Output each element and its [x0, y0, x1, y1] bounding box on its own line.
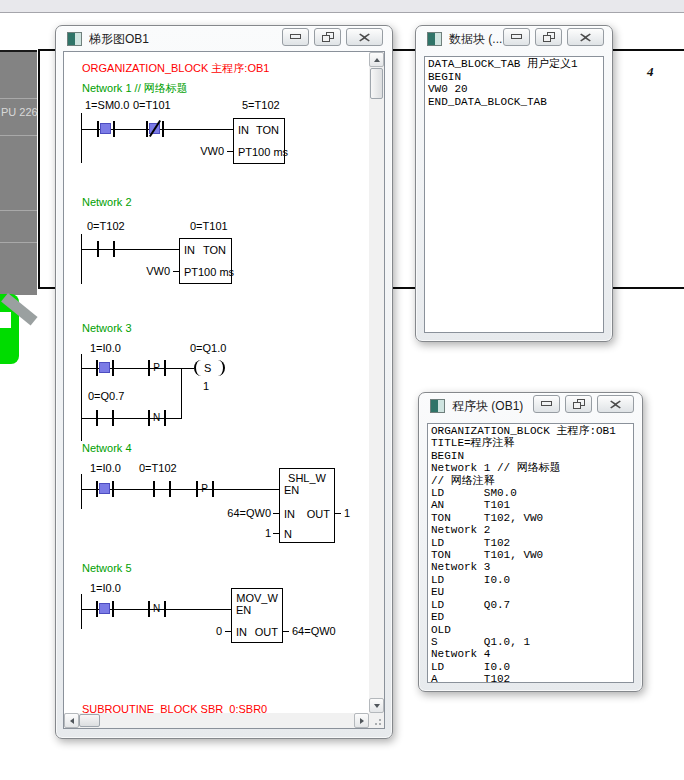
org-block-header: ORGANIZATION_BLOCK 主程序:OB1 [82, 62, 269, 74]
minimize-button[interactable] [282, 28, 309, 46]
scroll-down-button[interactable] [369, 698, 384, 713]
vertical-scrollbar[interactable] [369, 52, 384, 713]
power-rail [81, 113, 82, 163]
pin-in-label: IN [284, 508, 295, 520]
stl-code-text: ORGANIZATION_BLOCK 主程序:OB1 TITLE=程序注释 BE… [428, 424, 633, 682]
window-controls [503, 28, 604, 46]
ton-timer-box[interactable]: IN TON PT 100 ms [179, 238, 232, 284]
window-icon [427, 32, 442, 46]
minimize-button[interactable] [533, 395, 560, 413]
network4-title: Network 4 [82, 442, 132, 454]
contact-power-highlight[interactable] [99, 362, 110, 373]
restore-icon [322, 32, 334, 43]
pin-stub [283, 631, 289, 632]
subroutine-block-header: SUBROUTINE_BLOCK SBR_0:SBR0 [82, 703, 267, 713]
coil-right-paren [216, 360, 225, 376]
operand-label: VW0 [174, 145, 224, 157]
power-rail [81, 474, 82, 509]
minimize-icon [511, 34, 523, 40]
vertical-scroll-thumb[interactable] [370, 68, 383, 99]
operand-label: 0=Q0.7 [88, 390, 124, 402]
operand-label: 0=T101 [133, 99, 171, 111]
window-controls [282, 28, 383, 46]
scroll-left-button[interactable] [64, 713, 79, 728]
arrow-right-icon [360, 718, 364, 724]
minimize-icon [290, 34, 302, 40]
resize-grip[interactable] [369, 713, 384, 728]
close-button[interactable] [567, 28, 604, 46]
operand-label: 5=T102 [242, 99, 280, 111]
contact-bar [96, 601, 98, 617]
pin-in-label: IN [238, 124, 249, 136]
power-rail [81, 594, 82, 629]
close-icon [580, 33, 591, 42]
contact-bar [96, 481, 98, 497]
operand-label: 0=T102 [87, 220, 125, 232]
coil-function-label[interactable]: S [204, 362, 211, 374]
restore-button[interactable] [535, 28, 562, 46]
operand-label: 0=T102 [139, 462, 177, 474]
window-controls [533, 395, 634, 413]
data-block-content[interactable]: DATA_BLOCK_TAB 用户定义1 BEGIN VW0 20 END_DA… [424, 56, 604, 333]
contact-power-highlight[interactable] [99, 603, 110, 614]
contact-bar [97, 121, 99, 137]
window-title: 数据块 (... [449, 31, 502, 48]
ton-timer-box[interactable]: IN TON PT 100 ms [233, 118, 285, 164]
window-title: 梯形图OB1 [89, 31, 149, 48]
scroll-right-button[interactable] [354, 713, 369, 728]
desktop: 4 PU 226 梯形图OB1 ORGANI [0, 0, 684, 780]
pin-out-label: OUT [307, 508, 330, 520]
horizontal-scroll-thumb[interactable] [79, 714, 100, 727]
top-strip [0, 0, 684, 13]
shl-w-box[interactable]: SHL_W EN IN OUT N [279, 468, 335, 543]
mov-w-box[interactable]: MOV_W EN IN OUT [231, 588, 283, 643]
operand-label: 1=I0.0 [90, 582, 121, 594]
minimize-button[interactable] [503, 28, 530, 46]
coil-left-paren [194, 360, 203, 376]
horizontal-scrollbar[interactable] [64, 713, 369, 728]
operand-label: 0 [175, 625, 222, 637]
pin-stub [273, 513, 279, 514]
contact-bar [113, 241, 115, 257]
positive-edge-label: P [148, 362, 165, 374]
close-icon [359, 33, 370, 42]
wire [81, 249, 179, 250]
cpu-divider [0, 242, 37, 243]
pin-stub [225, 631, 231, 632]
power-rail [81, 234, 82, 284]
restore-icon [573, 399, 585, 410]
operand-label: 1 [344, 507, 350, 519]
cpu-divider [0, 210, 37, 211]
restore-button[interactable] [565, 395, 592, 413]
ladder-canvas[interactable]: ORGANIZATION_BLOCK 主程序:OB1 Network 1 // … [64, 52, 369, 713]
operand-label: 1=I0.0 [90, 342, 121, 354]
operand-label: VW0 [120, 265, 170, 277]
restore-button[interactable] [314, 28, 341, 46]
cpu-divider [0, 135, 37, 136]
contact-bar [146, 121, 148, 137]
contact-power-highlight[interactable] [100, 123, 111, 134]
page-number: 4 [647, 64, 654, 80]
operand-label: 0=T101 [190, 220, 228, 232]
contact-bar [96, 410, 98, 426]
grip-dot [375, 723, 377, 725]
pin-in-label: IN [236, 626, 247, 638]
close-button[interactable] [346, 28, 383, 46]
contact-bar [113, 121, 115, 137]
pin-stub [273, 533, 279, 534]
scroll-up-button[interactable] [369, 52, 384, 67]
pin-out-label: OUT [255, 626, 278, 638]
close-button[interactable] [597, 395, 634, 413]
positive-edge-label: P [196, 483, 213, 495]
coil-set-count: 1 [203, 380, 209, 392]
window-icon [430, 399, 445, 413]
data-block-window: 数据块 (... DATA_BLOCK_TAB 用户定义1 BEGIN VW0 … [415, 25, 613, 342]
operand-label: 64=QW0 [221, 507, 271, 519]
pin-stub [173, 271, 179, 272]
network2-title: Network 2 [82, 196, 132, 208]
contact-bar [169, 481, 171, 497]
program-block-content[interactable]: ORGANIZATION_BLOCK 主程序:OB1 TITLE=程序注释 BE… [427, 423, 634, 683]
window-icon [67, 32, 82, 46]
contact-bar [112, 360, 114, 376]
contact-power-highlight[interactable] [99, 483, 110, 494]
